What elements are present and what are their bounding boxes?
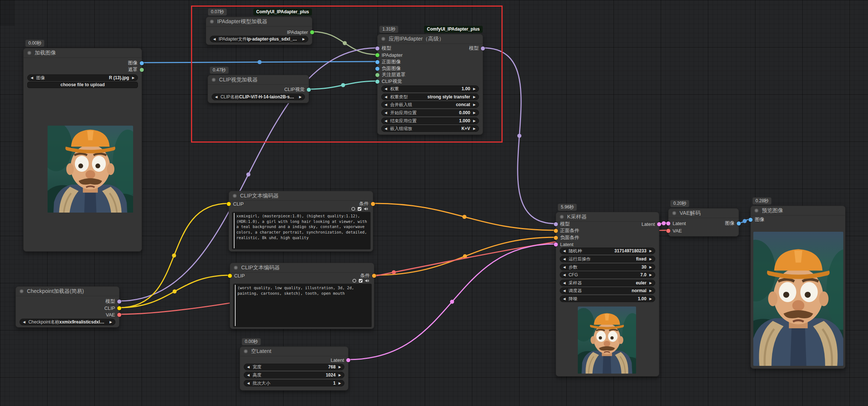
- arrow-left-icon[interactable]: ◀: [215, 95, 218, 99]
- port-dot[interactable]: [117, 306, 121, 310]
- checkbox-checked-icon[interactable]: [358, 279, 363, 283]
- arrow-left-icon[interactable]: ◀: [563, 266, 566, 269]
- arrow-left-icon[interactable]: ◀: [247, 382, 250, 385]
- arrow-right-icon[interactable]: ▶: [132, 76, 135, 80]
- node-vae-decode[interactable]: 0.20秒VAE解码LatentVAE图像: [668, 208, 739, 237]
- arrow-right-icon[interactable]: ▶: [649, 249, 652, 253]
- collapse-dot[interactable]: [381, 37, 385, 41]
- collapse-dot[interactable]: [560, 215, 564, 219]
- widget-0[interactable]: ◀图像R (13).jpg▶: [27, 74, 138, 81]
- port-dot[interactable]: [554, 236, 558, 240]
- port-dot[interactable]: [117, 300, 121, 304]
- arrow-left-icon[interactable]: ◀: [563, 297, 566, 301]
- port-dot[interactable]: [666, 229, 670, 233]
- arrow-right-icon[interactable]: ▶: [473, 119, 476, 123]
- port-dot[interactable]: [375, 53, 379, 57]
- arrow-right-icon[interactable]: ▶: [473, 103, 476, 106]
- arrow-left-icon[interactable]: ◀: [563, 258, 566, 261]
- widget-1[interactable]: ◀权重类型strong style transfer▶: [381, 94, 479, 100]
- arrow-right-icon[interactable]: ▶: [110, 321, 112, 324]
- port-dot[interactable]: [371, 202, 375, 206]
- collapse-dot[interactable]: [754, 209, 758, 213]
- widget-2[interactable]: ◀步数30▶: [560, 264, 655, 270]
- arrow-right-icon[interactable]: ▶: [302, 38, 305, 41]
- port-dot[interactable]: [666, 221, 670, 225]
- widget-5[interactable]: ◀嵌入组缩放K+V▶: [381, 125, 479, 132]
- port-dot[interactable]: [657, 222, 661, 226]
- arrow-right-icon[interactable]: ▶: [473, 87, 476, 91]
- node-header[interactable]: 加载图像: [24, 48, 142, 58]
- node-preview-image[interactable]: 0.28秒预览图像图像: [750, 206, 846, 369]
- arrow-left-icon[interactable]: ◀: [563, 289, 566, 293]
- collapse-dot[interactable]: [212, 78, 216, 82]
- port-dot[interactable]: [749, 218, 753, 222]
- node-graph-canvas[interactable]: 0.00秒加载图像图像遮罩◀图像R (13).jpg▶choose file t…: [0, 0, 868, 406]
- port-dot[interactable]: [375, 73, 379, 77]
- arrow-right-icon[interactable]: ▶: [649, 258, 652, 261]
- widget-5[interactable]: ◀调度器normal▶: [560, 287, 655, 294]
- arrow-right-icon[interactable]: ▶: [338, 382, 341, 385]
- widget-4[interactable]: ◀采样器euler▶: [560, 280, 655, 286]
- arrow-left-icon[interactable]: ◀: [23, 321, 25, 324]
- node-header[interactable]: CLIP文本编码器: [229, 191, 373, 201]
- widget-4[interactable]: ◀结束应用位置1.000▶: [381, 118, 479, 124]
- node-header[interactable]: 预览图像: [751, 206, 845, 216]
- node-clip-vision-loader[interactable]: 0.47秒CLIP视觉加载器CLIP视觉◀CLIP名称CLIP-ViT-H-14…: [208, 75, 309, 103]
- arrow-right-icon[interactable]: ▶: [649, 289, 652, 293]
- node-load-image[interactable]: 0.00秒加载图像图像遮罩◀图像R (13).jpg▶choose file t…: [23, 48, 142, 252]
- port-dot[interactable]: [346, 358, 350, 362]
- arrow-left-icon[interactable]: ◀: [385, 87, 387, 91]
- port-dot[interactable]: [554, 222, 558, 226]
- widget-1[interactable]: ◀运行后操作fixed▶: [560, 256, 655, 262]
- node-ksampler[interactable]: 5.96秒K采样器模型正面条件负面条件LatentLatent◀随机种31714…: [556, 212, 659, 377]
- collapse-dot[interactable]: [233, 194, 237, 198]
- arrow-right-icon[interactable]: ▶: [473, 95, 476, 99]
- prompt-textarea[interactable]: (worst quality, low quality, illustratio…: [233, 284, 372, 327]
- radio-icon[interactable]: [351, 207, 355, 211]
- port-dot[interactable]: [140, 61, 144, 65]
- node-header[interactable]: VAE解码: [669, 209, 739, 218]
- arrow-right-icon[interactable]: ▶: [473, 111, 476, 115]
- arrow-right-icon[interactable]: ▶: [649, 266, 652, 269]
- arrow-right-icon[interactable]: ▶: [299, 95, 302, 99]
- node-empty-latent[interactable]: 0.00秒空LatentLatent◀宽度768▶◀高度1024▶◀批次大小1▶: [240, 346, 348, 391]
- arrow-left-icon[interactable]: ◀: [385, 95, 387, 99]
- node-apply-ipadapter[interactable]: 1.31秒ComfyUI_IPAdapter_plus应用IPAdapter（高…: [377, 34, 483, 135]
- arrow-left-icon[interactable]: ◀: [563, 249, 566, 253]
- port-dot[interactable]: [737, 221, 741, 225]
- widget-3[interactable]: ◀CFG7.0▶: [560, 272, 655, 278]
- node-clip-text-positive[interactable]: CLIP文本编码器CLIP条件xxmixgirl, (masterpiece:1…: [229, 191, 373, 252]
- collapse-dot[interactable]: [234, 266, 238, 270]
- collapse-dot[interactable]: [27, 51, 31, 55]
- widget-2[interactable]: ◀合并嵌入组concat▶: [381, 101, 479, 108]
- widget-0[interactable]: ◀随机种3171497180233▶: [560, 248, 655, 254]
- arrow-right-icon[interactable]: ▶: [649, 281, 652, 285]
- port-dot[interactable]: [481, 46, 485, 50]
- arrow-left-icon[interactable]: ◀: [385, 103, 387, 106]
- arrow-right-icon[interactable]: ▶: [649, 273, 652, 277]
- widget-0[interactable]: ◀Checkpoint名称xxmix9realisticsdxl_v10....…: [20, 319, 115, 325]
- widget-1[interactable]: ◀高度1024▶: [244, 372, 344, 378]
- port-dot[interactable]: [372, 274, 376, 278]
- collapse-dot[interactable]: [210, 20, 214, 24]
- port-dot[interactable]: [375, 60, 379, 64]
- port-dot[interactable]: [375, 46, 379, 50]
- widget-2[interactable]: ◀批次大小1▶: [244, 380, 344, 386]
- speaker-icon[interactable]: [364, 207, 368, 211]
- node-header[interactable]: CLIP文本编码器: [230, 263, 374, 273]
- node-checkpoint-loader[interactable]: Checkpoint加载器(简易)模型CLIPVAE◀Checkpoint名称x…: [15, 286, 119, 328]
- port-dot[interactable]: [228, 274, 232, 278]
- port-dot[interactable]: [375, 67, 379, 71]
- port-dot[interactable]: [117, 313, 121, 317]
- arrow-left-icon[interactable]: ◀: [385, 127, 387, 130]
- arrow-left-icon[interactable]: ◀: [247, 374, 250, 377]
- collapse-dot[interactable]: [244, 349, 248, 353]
- collapse-dot[interactable]: [20, 289, 24, 293]
- node-header[interactable]: Checkpoint加载器(简易): [16, 287, 119, 296]
- widget-0[interactable]: ◀IPAdapter文件ip-adapter-plus_sdxl_vit-...…: [210, 36, 308, 42]
- port-dot[interactable]: [554, 242, 558, 246]
- arrow-left-icon[interactable]: ◀: [31, 76, 33, 80]
- port-dot[interactable]: [307, 88, 311, 92]
- widget-3[interactable]: ◀开始应用位置0.000▶: [381, 109, 479, 116]
- port-dot[interactable]: [310, 30, 314, 34]
